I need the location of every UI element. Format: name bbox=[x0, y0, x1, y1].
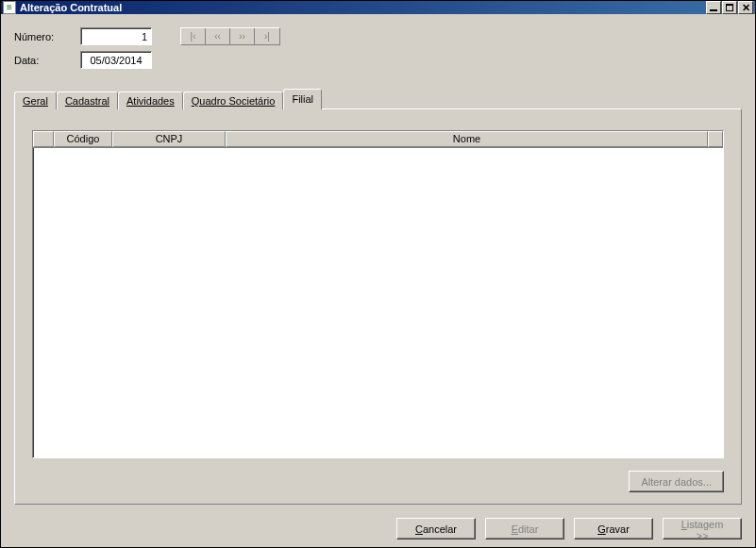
client-area: Número: |‹ ‹‹ ›› ›| Data: Geral Cadastra… bbox=[1, 14, 755, 547]
grid-col-codigo[interactable]: Código bbox=[54, 131, 112, 147]
gravar-button[interactable]: Gravar bbox=[574, 518, 653, 540]
grid-col-cnpj[interactable]: CNPJ bbox=[112, 131, 226, 147]
maximize-button[interactable] bbox=[722, 1, 737, 14]
filial-grid: Código CNPJ Nome bbox=[32, 130, 724, 458]
grid-col-selector[interactable] bbox=[33, 131, 54, 147]
data-input[interactable] bbox=[80, 51, 152, 69]
app-icon: ≡ bbox=[3, 1, 16, 14]
alterar-dados-button[interactable]: Alterar dados... bbox=[629, 471, 724, 492]
tab-atividades[interactable]: Atividades bbox=[118, 91, 183, 109]
window-controls: ✕ bbox=[706, 1, 753, 14]
data-row: Data: bbox=[14, 51, 742, 69]
record-nav: |‹ ‹‹ ›› ›| bbox=[180, 27, 280, 45]
data-label: Data: bbox=[14, 55, 80, 66]
grid-header: Código CNPJ Nome bbox=[33, 131, 723, 148]
close-button[interactable]: ✕ bbox=[738, 1, 753, 14]
grid-col-end bbox=[708, 131, 723, 147]
tab-quadro-societario[interactable]: Quadro Societário bbox=[183, 91, 284, 109]
tab-strip: Geral Cadastral Atividades Quadro Societ… bbox=[14, 88, 742, 108]
tab-container: Geral Cadastral Atividades Quadro Societ… bbox=[14, 88, 742, 505]
tab-geral[interactable]: Geral bbox=[14, 91, 57, 109]
cancelar-button[interactable]: Cancelar bbox=[396, 518, 476, 540]
nav-next-button[interactable]: ›› bbox=[230, 28, 255, 44]
numero-row: Número: |‹ ‹‹ ›› ›| bbox=[14, 27, 742, 45]
window-title: Alteração Contratual bbox=[20, 2, 706, 13]
title-bar: ≡ Alteração Contratual ✕ bbox=[1, 1, 755, 14]
numero-input[interactable] bbox=[80, 27, 152, 45]
tab-cadastral[interactable]: Cadastral bbox=[57, 91, 118, 109]
numero-label: Número: bbox=[14, 31, 80, 42]
nav-first-button[interactable]: |‹ bbox=[181, 28, 206, 44]
tab-filial[interactable]: Filial bbox=[283, 89, 322, 110]
grid-col-nome[interactable]: Nome bbox=[226, 131, 708, 147]
nav-last-button[interactable]: ›| bbox=[255, 28, 279, 44]
alterar-dados-wrap: Alterar dados... bbox=[629, 471, 724, 492]
editar-button[interactable]: Editar bbox=[485, 518, 564, 540]
footer-buttons: Cancelar Editar Gravar Listagem >> bbox=[14, 518, 742, 540]
nav-prev-button[interactable]: ‹‹ bbox=[206, 28, 230, 44]
minimize-button[interactable] bbox=[706, 1, 721, 14]
tab-panel-filial: Código CNPJ Nome Alterar dados... bbox=[14, 108, 742, 505]
listagem-button[interactable]: Listagem >> bbox=[663, 518, 742, 540]
window-frame: ≡ Alteração Contratual ✕ Número: |‹ ‹‹ ›… bbox=[0, 0, 756, 548]
